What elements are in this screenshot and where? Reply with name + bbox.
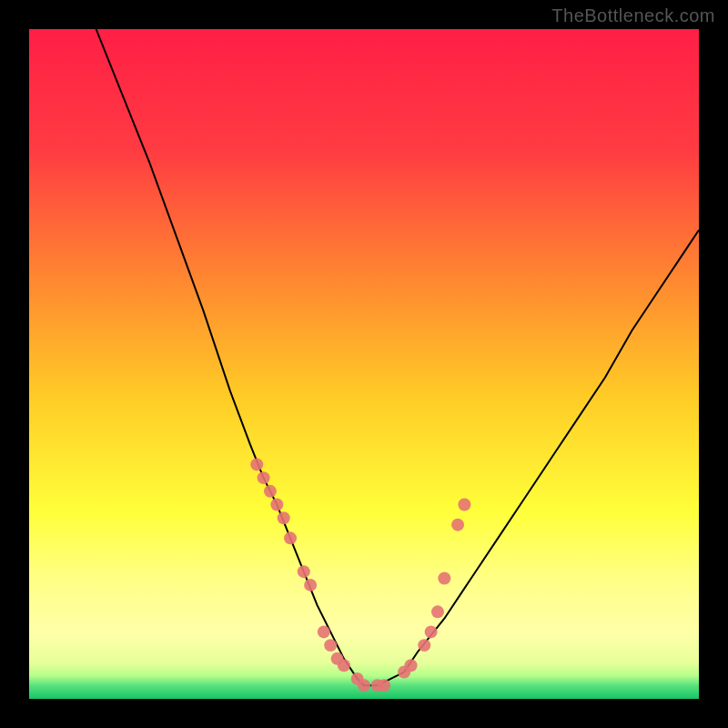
- marker-dot: [358, 679, 370, 692]
- marker-dot: [431, 605, 444, 618]
- marker-dot: [278, 511, 290, 524]
- marker-dot: [418, 639, 430, 652]
- marker-dot: [284, 531, 297, 544]
- marker-dot: [250, 458, 263, 470]
- marker-dot: [458, 499, 470, 511]
- marker-dot: [264, 485, 277, 498]
- marker-dot: [298, 565, 310, 578]
- marker-dot: [304, 579, 317, 592]
- chart-svg: [29, 29, 699, 699]
- marker-dot: [338, 659, 350, 672]
- watermark-text: TheBottleneck.com: [551, 5, 715, 26]
- plot-area: [29, 29, 699, 699]
- marker-group: [250, 458, 470, 692]
- marker-dot: [270, 499, 283, 511]
- marker-dot: [438, 572, 450, 585]
- marker-dot: [324, 639, 337, 652]
- chart-frame: TheBottleneck.com: [0, 0, 728, 728]
- marker-dot: [318, 625, 330, 638]
- marker-dot: [405, 659, 418, 672]
- marker-dot: [451, 519, 464, 531]
- marker-dot: [258, 471, 270, 484]
- marker-dot: [378, 679, 390, 692]
- curve-path: [96, 29, 699, 685]
- marker-dot: [425, 625, 438, 638]
